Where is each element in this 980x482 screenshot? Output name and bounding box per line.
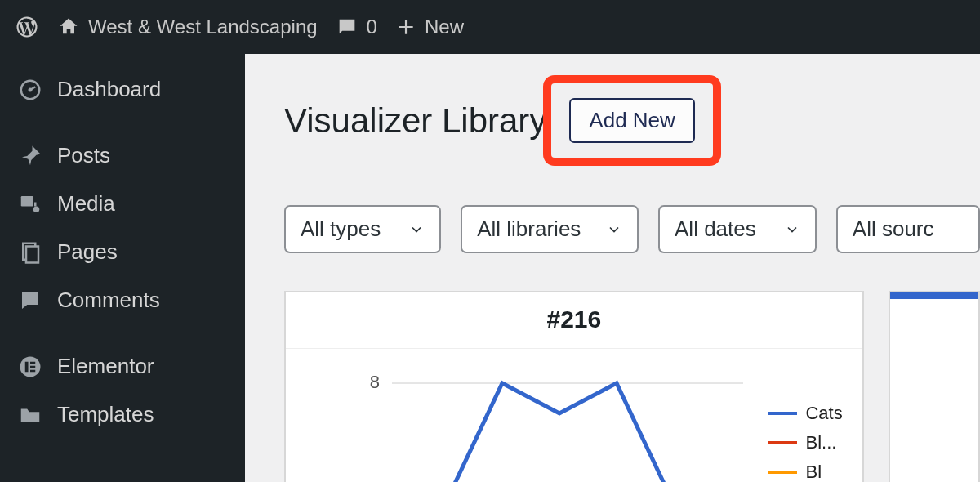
svg-rect-7 bbox=[25, 361, 29, 372]
chart-legend: Cats Bl... Bl bbox=[768, 403, 842, 482]
comments-link[interactable]: 0 bbox=[336, 16, 377, 38]
comments-count: 0 bbox=[367, 16, 377, 38]
wordpress-logo[interactable] bbox=[15, 15, 39, 39]
svg-rect-5 bbox=[26, 246, 38, 262]
legend-swatch bbox=[768, 412, 797, 415]
sidebar-item-elementor[interactable]: Elementor bbox=[0, 342, 245, 391]
main-content: Visualizer Library Add New All types All… bbox=[245, 54, 980, 482]
chart-series-cats bbox=[445, 383, 674, 482]
folder-icon bbox=[18, 403, 42, 427]
sidebar-item-label: Templates bbox=[57, 402, 154, 427]
sidebar-item-label: Dashboard bbox=[57, 77, 161, 102]
add-new-button[interactable]: Add New bbox=[569, 98, 695, 143]
legend-label: Bl... bbox=[805, 432, 836, 453]
svg-rect-8 bbox=[30, 361, 35, 364]
new-content-link[interactable]: New bbox=[395, 16, 464, 38]
page-title: Visualizer Library bbox=[284, 101, 546, 141]
chevron-down-icon bbox=[408, 221, 425, 238]
admin-sidebar: Dashboard Posts Media Pages Comments Ele… bbox=[0, 54, 245, 482]
sidebar-item-posts[interactable]: Posts bbox=[0, 132, 245, 180]
sidebar-item-media[interactable]: Media bbox=[0, 180, 245, 228]
filter-label: All sourc bbox=[853, 216, 934, 242]
legend-item: Cats bbox=[768, 403, 842, 424]
filter-sources[interactable]: All sourc bbox=[836, 205, 980, 253]
filter-bar: All types All libraries All dates All so… bbox=[284, 205, 980, 253]
admin-top-bar: West & West Landscaping 0 New bbox=[0, 0, 980, 54]
dashboard-icon bbox=[18, 78, 42, 102]
svg-rect-9 bbox=[30, 365, 35, 368]
highlight-annotation: Add New bbox=[543, 75, 721, 166]
chart-card-partial[interactable] bbox=[889, 291, 980, 482]
legend-item: Bl bbox=[768, 462, 842, 482]
new-label: New bbox=[425, 16, 464, 38]
comment-icon bbox=[18, 288, 42, 313]
chevron-down-icon bbox=[606, 221, 622, 238]
filter-libraries[interactable]: All libraries bbox=[461, 205, 639, 253]
sidebar-item-templates[interactable]: Templates bbox=[0, 391, 245, 439]
comment-icon bbox=[336, 16, 359, 38]
wordpress-icon bbox=[15, 15, 39, 39]
chart-card-accent bbox=[890, 292, 978, 299]
chart-cards: #216 8 Cats Bl... bbox=[284, 291, 980, 482]
sidebar-item-label: Comments bbox=[57, 288, 160, 313]
sidebar-item-comments[interactable]: Comments bbox=[0, 276, 245, 324]
svg-point-1 bbox=[29, 87, 33, 91]
pages-icon bbox=[18, 240, 42, 265]
page-header: Visualizer Library Add New bbox=[284, 75, 980, 166]
line-chart: 8 bbox=[302, 365, 760, 482]
legend-label: Bl bbox=[805, 462, 822, 482]
media-icon bbox=[18, 192, 42, 216]
legend-item: Bl... bbox=[768, 432, 842, 453]
chart-card-216[interactable]: #216 8 Cats Bl... bbox=[284, 291, 864, 482]
y-tick-label: 8 bbox=[370, 372, 380, 392]
sidebar-item-dashboard[interactable]: Dashboard bbox=[0, 65, 245, 114]
chart-area: 8 Cats Bl... bbox=[286, 349, 862, 482]
chevron-down-icon bbox=[784, 221, 800, 238]
filter-types[interactable]: All types bbox=[284, 205, 441, 253]
filter-label: All libraries bbox=[477, 216, 581, 242]
legend-swatch bbox=[768, 471, 797, 474]
sidebar-item-label: Elementor bbox=[57, 354, 154, 379]
plus-icon bbox=[395, 16, 416, 38]
site-name: West & West Landscaping bbox=[88, 16, 318, 38]
svg-rect-2 bbox=[21, 196, 33, 207]
pin-icon bbox=[18, 144, 42, 168]
sidebar-item-label: Media bbox=[57, 191, 115, 216]
legend-label: Cats bbox=[805, 403, 842, 424]
chart-card-title: #216 bbox=[286, 292, 862, 349]
home-icon bbox=[57, 16, 80, 38]
svg-rect-10 bbox=[30, 369, 35, 372]
sidebar-item-label: Posts bbox=[57, 143, 110, 168]
site-home-link[interactable]: West & West Landscaping bbox=[57, 16, 318, 38]
svg-point-3 bbox=[33, 206, 40, 212]
legend-swatch bbox=[768, 441, 797, 444]
filter-dates[interactable]: All dates bbox=[658, 205, 817, 253]
filter-label: All dates bbox=[675, 216, 756, 242]
elementor-icon bbox=[18, 355, 42, 379]
filter-label: All types bbox=[301, 216, 381, 242]
sidebar-item-pages[interactable]: Pages bbox=[0, 228, 245, 276]
sidebar-item-label: Pages bbox=[57, 239, 118, 265]
